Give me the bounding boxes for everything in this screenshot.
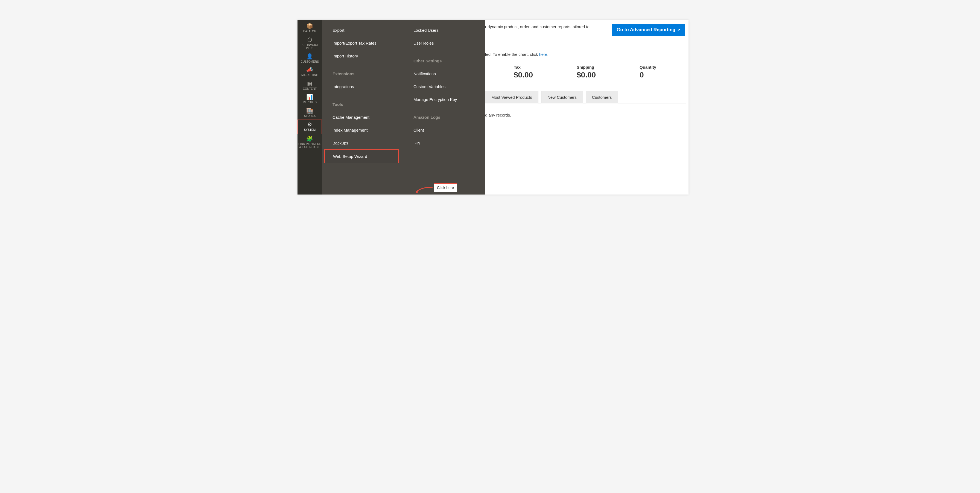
sidebar-item-label: STORES xyxy=(304,114,316,118)
flyout-spacer xyxy=(414,106,485,111)
flyout-spacer xyxy=(332,93,404,98)
sidebar-item-reports[interactable]: 📊REPORTS xyxy=(298,93,322,106)
flyout-spacer xyxy=(414,49,485,54)
flyout-item-enc[interactable]: Manage Encryption Key xyxy=(414,93,485,106)
flyout-header-amazon: Amazon Logs xyxy=(414,111,485,124)
flyout-item-ietax[interactable]: Import/Export Tax Rates xyxy=(332,37,404,49)
sidebar-item-label: CONTENT xyxy=(303,87,317,91)
chart-note-suffix: . xyxy=(547,52,548,57)
sidebar-item-catalog[interactable]: 📦CATALOG xyxy=(298,22,322,35)
sidebar-item-marketing[interactable]: 📣MARKETING xyxy=(298,65,322,79)
gear-icon: ⚙ xyxy=(307,122,312,127)
tab-mostviewed[interactable]: Most Viewed Products xyxy=(485,91,538,104)
box-icon: 📦 xyxy=(306,23,313,29)
chart-disabled-note: led. To enable the chart, click here. xyxy=(485,52,689,57)
person-icon: 👤 xyxy=(306,54,313,59)
flyout-item-roles[interactable]: User Roles xyxy=(414,37,485,49)
flyout-item-locked[interactable]: Locked Users xyxy=(414,24,485,37)
flyout-item-vars[interactable]: Custom Variables xyxy=(414,80,485,93)
flyout-item-export[interactable]: Export xyxy=(332,24,404,37)
flyout-item-ipn[interactable]: IPN xyxy=(414,137,485,149)
tab-customers[interactable]: Customers xyxy=(586,91,618,104)
sidebar-item-label: FIND PARTNERS & EXTENSIONS xyxy=(298,142,321,149)
sidebar-item-pdf[interactable]: ⬡PDF INVOICE PLUS xyxy=(298,35,322,52)
stat-label: Tax xyxy=(514,65,547,70)
stat-shipping: Shipping$0.00 xyxy=(577,65,609,79)
megaphone-icon: 📣 xyxy=(306,67,313,72)
storefront-icon: 🏬 xyxy=(306,108,313,113)
flyout-header-tools: Tools xyxy=(332,98,404,111)
flyout-item-cache[interactable]: Cache Management xyxy=(332,111,404,124)
click-here-tooltip: Click here xyxy=(434,183,457,192)
flyout-header-other: Other Settings xyxy=(414,54,485,67)
flyout-item-backups[interactable]: Backups xyxy=(332,137,404,149)
stat-tax: Tax$0.00 xyxy=(514,65,547,79)
tooltip-text: Click here xyxy=(437,185,454,190)
flyout-spacer xyxy=(332,62,404,67)
stat-quantity: Quantity0 xyxy=(640,65,672,79)
sidebar-item-label: CUSTOMERS xyxy=(301,60,319,64)
flyout-column-right: Locked UsersUser RolesOther SettingsNoti… xyxy=(404,20,485,195)
sidebar-item-content[interactable]: ▦CONTENT xyxy=(298,79,322,93)
tab-newcust[interactable]: New Customers xyxy=(541,91,583,104)
chart-note-prefix: led. To enable the chart, click xyxy=(485,52,539,57)
stats-row: Tax$0.00Shipping$0.00Quantity0 xyxy=(485,65,689,79)
no-records-message: d any records. xyxy=(485,113,689,117)
dashboard-content: r dynamic product, order, and customer r… xyxy=(485,20,689,195)
stat-value: $0.00 xyxy=(514,70,547,79)
stat-value: 0 xyxy=(640,70,672,79)
top-row: r dynamic product, order, and customer r… xyxy=(485,20,689,36)
stat-label: Quantity xyxy=(640,65,672,70)
flyout-column-left: ExportImport/Export Tax RatesImport Hist… xyxy=(322,20,404,195)
enable-chart-link[interactable]: here xyxy=(539,52,547,57)
sidebar-item-label: MARKETING xyxy=(301,73,318,77)
layout-icon: ▦ xyxy=(307,81,312,86)
sidebar-item-stores[interactable]: 🏬STORES xyxy=(298,106,322,120)
bars-icon: 📊 xyxy=(306,94,313,100)
sidebar-item-partners[interactable]: 🧩FIND PARTNERS & EXTENSIONS xyxy=(298,134,322,151)
flyout-header-extensions: Extensions xyxy=(332,67,404,80)
sidebar-item-customers[interactable]: 👤CUSTOMERS xyxy=(298,52,322,65)
flyout-item-wsw[interactable]: Web Setup Wizard xyxy=(324,149,399,163)
external-link-icon: ↗ xyxy=(677,28,680,32)
flyout-item-imphist[interactable]: Import History xyxy=(332,49,404,62)
annotation-arrow xyxy=(414,186,433,194)
sidebar-item-label: CATALOG xyxy=(303,30,317,33)
go-to-advanced-reporting-button[interactable]: Go to Advanced Reporting ↗ xyxy=(612,24,685,36)
go-button-label: Go to Advanced Reporting xyxy=(617,27,675,33)
page-outer: 📦CATALOG⬡PDF INVOICE PLUS👤CUSTOMERS📣MARK… xyxy=(277,0,703,215)
advanced-reporting-description: r dynamic product, order, and customer r… xyxy=(485,24,612,29)
admin-sidebar: 📦CATALOG⬡PDF INVOICE PLUS👤CUSTOMERS📣MARK… xyxy=(298,20,322,195)
blocks-icon: 🧩 xyxy=(306,136,313,142)
flyout-item-integrations[interactable]: Integrations xyxy=(332,80,404,93)
flyout-item-client[interactable]: Client xyxy=(414,124,485,137)
sidebar-item-system[interactable]: ⚙SYSTEM xyxy=(298,120,322,134)
stat-label: Shipping xyxy=(577,65,609,70)
flyout-item-notif[interactable]: Notifications xyxy=(414,67,485,80)
flyout-item-index[interactable]: Index Management xyxy=(332,124,404,137)
hexagon-icon: ⬡ xyxy=(307,37,312,42)
system-flyout-menu: ExportImport/Export Tax RatesImport Hist… xyxy=(322,20,485,195)
dashboard-tabs: Most Viewed ProductsNew CustomersCustome… xyxy=(485,91,686,104)
admin-panel: 📦CATALOG⬡PDF INVOICE PLUS👤CUSTOMERS📣MARK… xyxy=(298,20,689,195)
sidebar-item-label: REPORTS xyxy=(303,101,317,104)
stat-value: $0.00 xyxy=(577,70,609,79)
sidebar-item-label: SYSTEM xyxy=(304,128,316,132)
sidebar-item-label: PDF INVOICE PLUS xyxy=(298,43,321,50)
